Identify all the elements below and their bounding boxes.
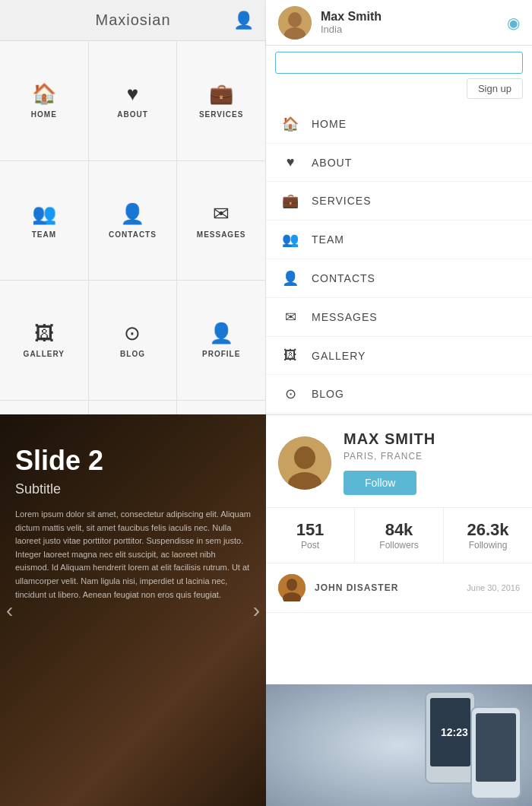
dropdown-item-home[interactable]: 🏠 HOME <box>266 105 532 144</box>
dd-icon-2: 💼 <box>281 192 299 209</box>
slide-title: Slide 2 <box>15 445 251 477</box>
dropdown-user-name: Max Smith <box>321 10 382 24</box>
dropdown-item-contacts[interactable]: 👤 CONTACTS <box>266 259 532 298</box>
dd-label-6: GALLERY <box>312 350 366 362</box>
stat-post: 151 Post <box>266 508 355 563</box>
stat-label-1: Followers <box>379 540 418 551</box>
menu-item-gallery[interactable]: 🖼 GALLERY <box>0 281 89 401</box>
dropdown-user-info: Max Smith India <box>321 10 382 35</box>
menu-label-6: GALLERY <box>24 350 65 358</box>
menu-item-profile[interactable]: 👤 PROFILE <box>177 281 266 401</box>
profile-avatar <box>278 436 331 490</box>
menu-icon-7: ⊙ <box>124 322 141 345</box>
slide-subtitle: Subtitle <box>15 481 251 497</box>
menu-icon-6: 🖼 <box>34 322 54 345</box>
dd-icon-5: ✉ <box>281 309 299 325</box>
app-title: Maxiosian <box>95 11 170 29</box>
dd-icon-6: 🖼 <box>281 347 299 363</box>
dropdown-close-icon[interactable]: ◉ <box>507 14 520 32</box>
menu-label-5: MESSAGES <box>197 230 246 239</box>
commenter-name: JOHN DISASTER <box>315 582 398 593</box>
menu-label-2: SERVICES <box>199 110 243 119</box>
signup-input[interactable] <box>275 52 523 74</box>
menu-icon-3: 👥 <box>32 202 56 226</box>
menu-label-0: HOME <box>31 110 57 119</box>
dropdown-item-about[interactable]: ♥ ABOUT <box>266 144 532 182</box>
user-icon[interactable]: 👤 <box>233 11 254 30</box>
profile-name: MAX SMITH <box>344 430 435 448</box>
comment-avatar <box>278 574 306 601</box>
dd-label-7: BLOG <box>312 388 344 400</box>
menu-label-7: BLOG <box>120 350 145 358</box>
menu-item-blog[interactable]: ⊙ BLOG <box>89 281 178 401</box>
menu-item-messages[interactable]: ✉ MESSAGES <box>177 161 266 281</box>
comment-date: June 30, 2016 <box>467 583 520 592</box>
dd-icon-3: 👥 <box>281 231 299 248</box>
svg-rect-14 <box>476 713 516 782</box>
dropdown-item-gallery[interactable]: 🖼 GALLERY <box>266 337 532 375</box>
profile-stats: 151 Post 84k Followers 26.3k Following <box>266 507 532 563</box>
menu-item-team[interactable]: 👥 TEAM <box>0 161 89 281</box>
dd-icon-0: 🏠 <box>281 116 299 132</box>
dd-icon-4: 👤 <box>281 270 299 287</box>
photo-section: 12:23 <box>266 684 532 806</box>
menu-item-contacts[interactable]: 👤 CONTACTS <box>89 161 178 281</box>
menu-label-3: TEAM <box>32 230 56 239</box>
svg-point-7 <box>287 579 297 591</box>
signup-area: Sign up <box>266 46 532 105</box>
dd-icon-7: ⊙ <box>281 386 299 402</box>
dd-label-5: MESSAGES <box>312 311 378 323</box>
menu-label-1: ABOUT <box>117 110 148 119</box>
menu-item-about[interactable]: ♥ ABOUT <box>89 41 178 161</box>
slide-content: Slide 2 Subtitle Lorem ipsum dolor sit a… <box>0 414 266 617</box>
menu-icon-5: ✉ <box>213 202 230 226</box>
profile-panel: MAX SMITH PARIS, FRANCE Follow 151 Post … <box>266 414 532 613</box>
menu-item-home[interactable]: 🏠 HOME <box>0 41 89 161</box>
slide-text: Lorem ipsum dolor sit amet, consectetur … <box>15 508 251 601</box>
menu-icon-2: 💼 <box>209 82 233 106</box>
dd-label-3: TEAM <box>312 233 344 246</box>
stat-value-0: 151 <box>296 520 325 540</box>
menu-icon-0: 🏠 <box>32 82 56 106</box>
profile-info: MAX SMITH PARIS, FRANCE Follow <box>344 430 435 495</box>
avatar <box>278 6 312 40</box>
slide-next-button[interactable]: › <box>253 598 260 623</box>
menu-icon-1: ♥ <box>127 82 138 106</box>
dropdown-item-services[interactable]: 💼 SERVICES <box>266 182 532 221</box>
follow-button[interactable]: Follow <box>344 471 416 495</box>
dropdown-header: Max Smith India ◉ <box>266 0 532 46</box>
svg-point-4 <box>294 446 315 469</box>
dd-label-4: CONTACTS <box>312 272 375 284</box>
svg-text:12:23: 12:23 <box>441 726 468 738</box>
stat-label-0: Post <box>301 540 319 551</box>
comment-item: JOHN DISASTER June 30, 2016 <box>266 563 532 613</box>
dropdown-item-team[interactable]: 👥 TEAM <box>266 221 532 259</box>
stat-label-2: Following <box>469 540 508 551</box>
signup-button[interactable]: Sign up <box>467 78 523 99</box>
slide-section: Slide 2 Subtitle Lorem ipsum dolor sit a… <box>0 414 266 806</box>
dropdown-user-location: India <box>321 24 382 35</box>
profile-location: PARIS, FRANCE <box>344 451 435 462</box>
menu-icon-4: 👤 <box>120 202 144 226</box>
stat-following: 26.3k Following <box>444 508 532 563</box>
menu-item-services[interactable]: 💼 SERVICES <box>177 41 266 161</box>
slide-prev-button[interactable]: ‹ <box>6 598 13 623</box>
stat-value-1: 84k <box>385 520 413 540</box>
menu-icon-8: 👤 <box>209 322 233 345</box>
dd-label-1: ABOUT <box>312 157 352 169</box>
menu-label-8: PROFILE <box>202 350 240 358</box>
dd-label-0: HOME <box>312 118 347 130</box>
stat-followers: 84k Followers <box>355 508 444 563</box>
dd-icon-1: ♥ <box>281 154 299 170</box>
dd-label-2: SERVICES <box>312 195 372 207</box>
left-header: Maxiosian 👤 <box>0 0 266 41</box>
dropdown-item-messages[interactable]: ✉ MESSAGES <box>266 298 532 337</box>
stat-value-2: 26.3k <box>467 520 508 540</box>
profile-header: MAX SMITH PARIS, FRANCE Follow <box>266 415 532 507</box>
dropdown-item-blog[interactable]: ⊙ BLOG <box>266 375 532 414</box>
svg-point-1 <box>288 12 302 27</box>
menu-label-4: CONTACTS <box>109 230 157 239</box>
